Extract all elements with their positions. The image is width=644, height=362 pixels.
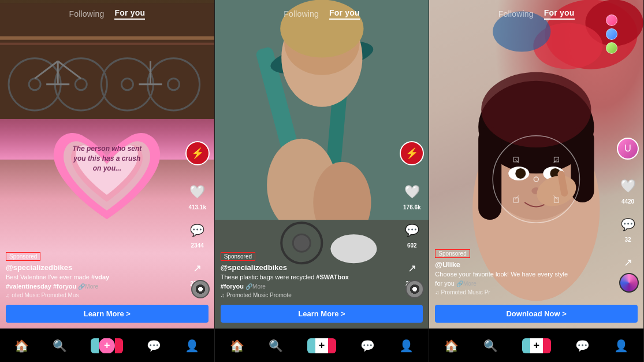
heart-caption-text: The person who sent you this has a crush… — [69, 144, 144, 173]
color-swatch-blue — [606, 28, 617, 40]
share-icon-3: ↗ — [617, 252, 638, 273]
comment-icon-2: 💬 — [401, 220, 422, 241]
side-controls-3: U + 🤍 4420 💬 32 ↗ 72 — [617, 138, 639, 281]
heart-icon-1: 🤍 — [187, 182, 208, 202]
nav-home-3[interactable]: 🏠 — [444, 339, 459, 353]
profile-icon-2: 👤 — [399, 339, 414, 353]
cta-button-1[interactable]: Learn More > — [6, 305, 209, 323]
nav-inbox-3[interactable]: 💬 — [575, 339, 590, 353]
music-info-1: ♫ oted Music Promoted Mus — [6, 292, 183, 298]
top-navigation-1: Following For you — [0, 0, 214, 24]
comment-button-1[interactable]: 💬 2344 — [187, 220, 208, 249]
add-button-3: + — [522, 338, 551, 353]
search-icon-1: 🔍 — [53, 339, 67, 353]
color-swatch-green — [606, 42, 617, 54]
like-button-3[interactable]: 🤍 4420 — [617, 176, 638, 205]
plus-center-1: + — [99, 338, 115, 353]
svg-point-45 — [516, 168, 526, 179]
cta-button-3[interactable]: Download Now > — [435, 305, 638, 323]
panel-3: Following For you U + 🤍 4420 💬 32 ↗ 72 S… — [429, 0, 644, 362]
inbox-icon-1: 💬 — [147, 339, 161, 353]
comment-button-2[interactable]: 💬 602 — [401, 220, 422, 249]
avatar-container-1[interactable]: ⚡ + — [185, 141, 210, 165]
like-count-1: 413.1k — [188, 204, 206, 210]
music-info-2: ♫ Promoted Music Promote — [221, 292, 397, 298]
home-icon-3: 🏠 — [444, 339, 459, 353]
comment-count-3: 32 — [624, 237, 631, 243]
search-icon-3: 🔍 — [483, 339, 498, 353]
profile-icon-1: 👤 — [185, 339, 199, 353]
panel-2: Following For you ⚡ + 🤍 176.6k 💬 602 ↗ 2… — [215, 0, 430, 362]
svg-point-31 — [293, 234, 310, 252]
nav-profile-2[interactable]: 👤 — [399, 339, 414, 353]
nav-add-1[interactable]: + — [91, 338, 123, 353]
sponsored-badge-3: Sponsored — [435, 249, 470, 258]
following-tab-3[interactable]: Following — [498, 9, 534, 19]
bottom-info-1: Sponsored @specializedbikes Best Valenti… — [6, 250, 183, 298]
plus-right-1 — [115, 338, 123, 353]
more-link-2[interactable]: 🔗More — [245, 283, 266, 290]
top-navigation-3: Following For you — [429, 0, 643, 24]
username-1[interactable]: @specializedbikes — [6, 263, 183, 272]
nav-inbox-1[interactable]: 💬 — [147, 339, 161, 353]
home-icon-2: 🏠 — [230, 339, 244, 353]
sponsored-badge-1: Sponsored — [6, 252, 40, 261]
plus-right-3 — [543, 338, 551, 353]
comment-count-2: 602 — [407, 242, 417, 249]
plus-left-1 — [91, 338, 99, 353]
plus-left-3 — [522, 338, 530, 353]
bottom-info-2: Sponsored @specializedbikes These plasti… — [221, 250, 397, 298]
bottom-nav-1: 🏠 🔍 + 💬 👤 — [0, 328, 214, 362]
bottom-nav-2: 🏠 🔍 + 💬 👤 — [215, 328, 429, 362]
following-tab-1[interactable]: Following — [69, 9, 104, 19]
comment-icon-3: 💬 — [617, 214, 638, 235]
nav-inbox-2[interactable]: 💬 — [360, 339, 375, 353]
music-info-3: ♫ Promoted Music Pr — [435, 289, 612, 295]
foryou-tab-1[interactable]: For you — [114, 8, 145, 20]
side-controls-1: ⚡ + 🤍 413.1k 💬 2344 ↗ 22.6k — [185, 141, 210, 287]
foryou-tab-3[interactable]: For you — [544, 8, 575, 20]
following-tab-2[interactable]: Following — [284, 9, 319, 19]
caption-1: Best Valentine I've ever made #vday #val… — [6, 273, 183, 291]
profile-avatar-3: U — [617, 138, 639, 160]
more-link-3[interactable]: 🔗More — [456, 280, 477, 287]
svg-rect-40 — [478, 127, 501, 220]
share-icon-1: ↗ — [187, 258, 208, 279]
avatar-container-2[interactable]: ⚡ + — [400, 141, 424, 165]
like-button-1[interactable]: 🤍 413.1k — [187, 182, 208, 210]
nav-profile-1[interactable]: 👤 — [185, 339, 199, 353]
username-3[interactable]: @Ulike — [435, 260, 612, 269]
avatar-container-3[interactable]: U + — [617, 138, 639, 160]
inbox-icon-3: 💬 — [575, 339, 590, 353]
top-navigation-2: Following For you — [215, 0, 429, 24]
nav-profile-3[interactable]: 👤 — [614, 339, 628, 353]
like-button-2[interactable]: 🤍 176.6k — [401, 182, 422, 210]
username-2[interactable]: @specializedbikes — [221, 263, 397, 272]
nav-add-2[interactable]: + — [307, 338, 336, 353]
profile-icon-3: 👤 — [614, 339, 628, 353]
nav-home-1[interactable]: 🏠 — [14, 339, 29, 353]
comment-button-3[interactable]: 💬 32 — [617, 214, 638, 243]
heart-icon-3: 🤍 — [617, 176, 638, 197]
side-controls-2: ⚡ + 🤍 176.6k 💬 602 ↗ 2080 — [400, 141, 424, 287]
plus-left-2 — [307, 338, 315, 353]
nav-search-1[interactable]: 🔍 — [53, 339, 67, 353]
plus-center-2: + — [315, 338, 328, 353]
comment-count-1: 2344 — [191, 242, 204, 249]
caption-2: These plastic bags were recycled #SWATbo… — [221, 273, 397, 291]
like-count-2: 176.6k — [403, 204, 421, 210]
foryou-tab-2[interactable]: For you — [329, 8, 360, 20]
plus-center-3: + — [530, 338, 543, 353]
nav-search-3[interactable]: 🔍 — [483, 339, 498, 353]
cta-button-2[interactable]: Learn More > — [221, 305, 423, 323]
panel-1: The person who sent you this has a crush… — [0, 0, 215, 362]
comment-icon-1: 💬 — [187, 220, 208, 241]
nav-home-2[interactable]: 🏠 — [230, 339, 244, 353]
caption-3: Choose your favorite look! We have every… — [435, 270, 612, 288]
nav-add-3[interactable]: + — [522, 338, 551, 353]
add-button-2: + — [307, 338, 336, 353]
sponsored-badge-2: Sponsored — [221, 252, 255, 261]
nav-search-2[interactable]: 🔍 — [269, 339, 283, 353]
profile-avatar-2: ⚡ — [400, 141, 424, 165]
more-link-1[interactable]: 🔗More — [78, 283, 98, 290]
